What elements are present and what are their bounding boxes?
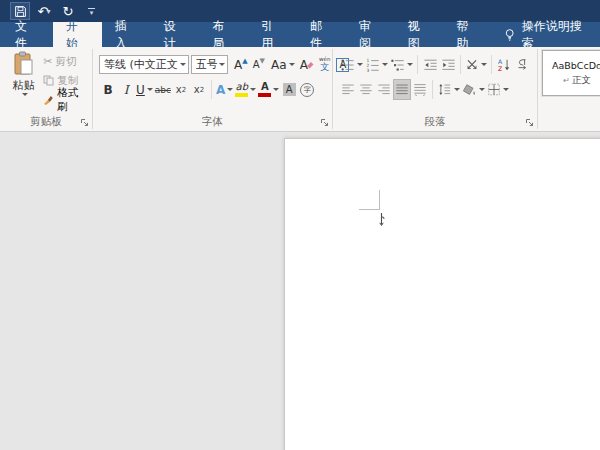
align-left-icon [341,83,355,96]
text-effects-button[interactable]: A [215,79,234,100]
highlight-dropdown-arrow-icon [250,88,256,91]
increase-indent-icon [441,58,456,72]
clipboard-group: 粘贴 ✂ 剪切 复制 [0,47,92,131]
font-name-combo[interactable]: 等线 (中文正文 [99,55,189,74]
paragraph-style-mark-icon: ↵ [563,76,570,85]
lightbulb-icon [504,28,515,42]
font-size-combo[interactable]: 五号 [191,55,228,74]
tab-review[interactable]: 审阅 [346,22,395,47]
subscript-button[interactable]: x2 [172,79,190,100]
tab-mailings[interactable]: 邮件 [297,22,346,47]
align-center-button[interactable] [357,79,375,100]
phonetic-guide-button[interactable]: wén 文 [316,54,334,75]
character-shading-button[interactable]: A [280,79,298,100]
tab-view[interactable]: 视图 [395,22,444,47]
redo-icon: ↻ [63,4,74,19]
paragraph-dialog-launcher[interactable] [525,118,534,127]
paragraph-group-label: 段落 [425,115,446,129]
decrease-indent-icon [423,58,438,72]
paste-icon [12,51,35,77]
clear-formatting-button[interactable]: A [298,54,316,75]
paragraph-group: 123 [333,47,537,131]
line-spacing-button[interactable] [436,79,461,100]
tab-home[interactable]: 开始 [53,22,102,47]
paste-dropdown-arrow-icon[interactable] [22,93,28,96]
highlight-color-button[interactable]: ab [234,79,257,100]
enclose-characters-button[interactable]: 字 [298,79,316,100]
paste-button[interactable]: 粘贴 [6,51,41,112]
increase-indent-button[interactable] [439,54,457,75]
text-boundary-crop-mark [359,209,380,210]
word-window: ↶ ▾ ↻ ▾ 文件 开始 插入 设计 布局 引用 邮件 审阅 视图 帮助 [0,0,600,450]
align-right-button[interactable] [375,79,393,100]
decrease-indent-button[interactable] [421,54,439,75]
document-page[interactable] [284,138,600,450]
style-preview-text: AaBbCcDd [552,60,600,71]
font-color-button[interactable]: A [257,79,280,100]
tab-help[interactable]: 帮助 [444,22,493,47]
shrink-font-button[interactable]: A▼ [250,54,268,75]
format-painter-button[interactable]: 格式刷 [43,91,88,108]
format-painter-icon [43,94,54,105]
tab-references[interactable]: 引用 [248,22,297,47]
font-group-label: 字体 [202,115,223,129]
text-effects-dropdown-arrow-icon [227,88,233,91]
numbering-button[interactable]: 123 [364,54,389,75]
asian-layout-button[interactable] [464,54,488,75]
clipboard-dialog-launcher[interactable] [80,118,89,127]
distribute-icon [413,83,427,96]
superscript-button[interactable]: x2 [190,79,208,100]
paragraph-mark-cursor [377,212,386,227]
font-group: 等线 (中文正文 五号 A▲ A▼ [93,47,332,131]
sort-button[interactable]: AZ [495,54,513,75]
font-color-dropdown-arrow-icon [273,88,279,91]
phonetic-guide-icon: wén 文 [319,57,330,72]
justify-button[interactable] [393,79,411,100]
align-left-button[interactable] [339,79,357,100]
clipboard-group-label: 剪贴板 [30,115,62,129]
line-spacing-icon [437,83,452,96]
ribbon-tab-bar: 文件 开始 插入 设计 布局 引用 邮件 审阅 视图 帮助 操作说明搜索 [0,22,600,47]
asian-layout-icon [465,58,479,71]
shading-icon [462,83,477,97]
tell-me-search[interactable]: 操作说明搜索 [494,22,600,47]
ribbon: 粘贴 ✂ 剪切 复制 [0,47,600,132]
cut-icon: ✂ [43,55,52,68]
font-dialog-launcher[interactable] [320,118,329,127]
multilevel-list-button[interactable] [389,54,414,75]
styles-group: AaBbCcDd ↵正文 [538,47,600,131]
strikethrough-button[interactable]: abc [154,79,172,100]
grow-font-button[interactable]: A▲ [232,54,250,75]
font-name-dropdown-arrow-icon [180,63,186,66]
cut-label: 剪切 [56,55,77,69]
document-area[interactable] [0,132,600,450]
borders-icon [487,83,501,96]
bold-button[interactable]: B [99,79,117,100]
justify-icon [395,83,409,96]
tab-layout[interactable]: 布局 [199,22,248,47]
bullets-button[interactable] [339,54,364,75]
undo-dropdown-arrow-icon[interactable]: ▾ [46,7,50,16]
customize-quick-access-button[interactable]: ▾ [88,8,95,15]
cut-button[interactable]: ✂ 剪切 [43,53,88,70]
paste-label: 粘贴 [13,78,35,93]
distribute-button[interactable] [411,79,429,100]
save-icon [14,5,27,18]
show-hide-marks-button[interactable] [513,54,531,75]
style-name: ↵正文 [563,74,591,87]
change-case-button[interactable]: Aa [274,54,292,75]
title-bar: ↶ ▾ ↻ ▾ [0,0,600,22]
svg-text:3: 3 [366,68,369,72]
borders-button[interactable] [486,79,510,100]
style-normal[interactable]: AaBbCcDd ↵正文 [542,50,600,96]
tab-design[interactable]: 设计 [151,22,200,47]
tab-file[interactable]: 文件 [0,22,53,47]
tab-insert[interactable]: 插入 [102,22,151,47]
shading-button[interactable] [461,79,486,100]
numbering-icon: 123 [365,58,380,72]
format-painter-label: 格式刷 [57,86,88,114]
font-size-value: 五号 [196,57,217,72]
highlight-yellow-bar [235,93,248,97]
underline-button[interactable]: U [135,79,154,100]
italic-button[interactable]: I [117,79,135,100]
